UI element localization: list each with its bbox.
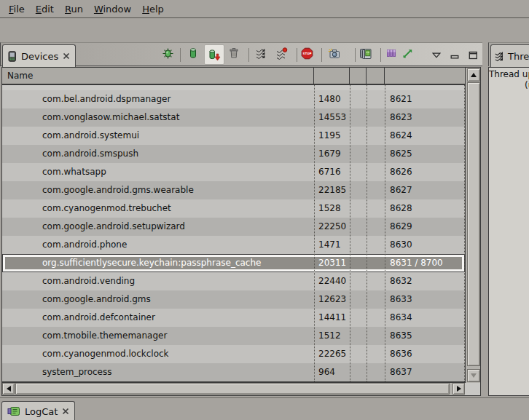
logcat-panel: LogCat — [0, 397, 529, 420]
menu-help[interactable]: Help — [141, 3, 165, 15]
row-name: com.whatsapp — [42, 167, 106, 177]
row-name: system_process — [42, 367, 112, 377]
device-row[interactable]: com.vonglasow.michael.satstat145538623 — [2, 108, 465, 127]
row-port: 8634 — [390, 312, 412, 322]
device-row[interactable]: system_process9648637 — [2, 363, 465, 381]
device-row[interactable]: com.google.android.gms.wearable221858627 — [2, 181, 465, 199]
row-pid: 6716 — [318, 167, 341, 177]
horizontal-scrollbar-thumb[interactable] — [15, 383, 450, 395]
vertical-scrollbar[interactable] — [465, 68, 480, 383]
device-row[interactable]: com.tmobile.thememanager15128635 — [2, 327, 465, 345]
menu-window[interactable]: Window — [93, 3, 133, 15]
close-icon[interactable] — [62, 408, 69, 415]
row-port: 8631 / 8700 — [390, 258, 443, 268]
menu-bar: FileEditRunWindowHelp — [0, 0, 529, 18]
row-name: com.google.android.setupwizard — [42, 221, 185, 231]
scroll-left-button[interactable] — [2, 383, 15, 395]
horizontal-scrollbar[interactable] — [2, 383, 465, 395]
partial-row — [2, 85, 465, 90]
row-name: com.tmobile.thememanager — [42, 330, 167, 341]
vertical-scrollbar-thumb[interactable] — [467, 82, 480, 366]
device-row[interactable]: com.android.smspush16798625 — [2, 145, 465, 163]
row-port: 8625 — [390, 148, 412, 159]
scroll-down-button[interactable] — [467, 369, 480, 382]
row-name: com.google.android.gms — [42, 294, 151, 304]
row-port: 8632 — [390, 276, 412, 286]
row-name: com.android.vending — [42, 276, 135, 286]
row-port: 8627 — [390, 185, 412, 195]
tab-logcat-label: LogCat — [25, 406, 58, 417]
row-port: 8621 — [390, 94, 412, 104]
device-row[interactable]: com.google.android.setupwizard222508629 — [2, 218, 465, 236]
dump-hprof-icon[interactable] — [204, 44, 224, 65]
table-header: Name — [2, 68, 465, 85]
scroll-right-button[interactable] — [452, 383, 465, 395]
tab-threads-label: Threads — [508, 51, 529, 62]
row-name: com.android.smspush — [42, 148, 138, 159]
row-name: com.bel.android.dspmanager — [42, 94, 171, 104]
devices-table: Name com.bel.android.dspmanager14808621c… — [1, 67, 481, 396]
device-row[interactable]: com.cyanogenmod.trebuchet15288628 — [2, 199, 465, 218]
column-header-2[interactable] — [350, 68, 367, 84]
minimize-icon[interactable] — [449, 49, 461, 61]
device-row[interactable]: com.android.defcontainer144118634 — [2, 309, 465, 327]
threads-message-line2: (use toolbar button to enable) — [489, 80, 529, 91]
row-pid: 964 — [318, 367, 335, 377]
row-port: 8629 — [390, 221, 412, 231]
row-name: com.cyanogenmod.trebuchet — [42, 203, 171, 213]
update-threads-icon[interactable] — [255, 47, 267, 60]
row-pid: 20311 — [318, 258, 346, 268]
row-name: com.cyanogenmod.lockclock — [42, 349, 169, 359]
row-name: com.vonglasow.michael.satstat — [42, 112, 179, 122]
scroll-up-button[interactable] — [467, 68, 480, 82]
row-port: 8633 — [390, 294, 412, 304]
cause-gc-icon[interactable] — [228, 47, 240, 59]
row-name: org.sufficientlysecure.keychain:passphra… — [42, 258, 261, 268]
svg-text:STOP: STOP — [303, 52, 312, 55]
column-header-3[interactable] — [367, 68, 385, 84]
screen-capture-icon[interactable] — [327, 47, 340, 60]
main-area: Devices STOP — [0, 42, 529, 397]
tab-threads[interactable]: Threads — [490, 44, 529, 67]
column-header-name[interactable]: Name — [2, 68, 314, 84]
row-port: 8626 — [390, 167, 412, 177]
method-profiling-icon[interactable] — [275, 47, 288, 60]
maximize-icon[interactable] — [467, 49, 479, 61]
menu-edit[interactable]: Edit — [34, 3, 55, 15]
row-pid: 1512 — [318, 330, 341, 341]
row-pid: 1195 — [318, 130, 341, 140]
threads-message-line1: Thread updates not enabled for selected … — [489, 68, 529, 80]
row-port: 8628 — [390, 203, 412, 213]
devices-toolbar: STOP — [1, 43, 483, 67]
device-row[interactable]: com.android.phone14718630 — [2, 236, 465, 254]
opengl-trace-icon[interactable] — [402, 47, 414, 59]
row-pid: 22250 — [318, 221, 346, 231]
row-port: 8636 — [390, 349, 412, 359]
row-name: com.android.systemui — [42, 130, 139, 140]
menu-file[interactable]: File — [7, 3, 26, 15]
device-stack-icon[interactable] — [359, 47, 373, 60]
devices-tab-strip: Devices STOP — [0, 42, 482, 66]
device-row[interactable]: com.whatsapp67168626 — [2, 163, 465, 181]
capture-bars-icon[interactable] — [385, 47, 397, 59]
device-row[interactable]: com.android.systemui11958624 — [2, 127, 465, 145]
menu-run[interactable]: Run — [63, 3, 85, 15]
debug-attach-icon[interactable] — [162, 47, 174, 60]
row-pid: 1528 — [318, 203, 341, 213]
row-pid: 1480 — [318, 94, 341, 104]
column-header-port[interactable] — [385, 68, 465, 84]
device-row[interactable]: com.google.android.gms126238633 — [2, 290, 465, 309]
device-row[interactable]: com.cyanogenmod.lockclock222658636 — [2, 345, 465, 363]
row-pid: 22440 — [318, 276, 346, 286]
column-header-pid[interactable] — [314, 68, 350, 84]
tab-logcat[interactable]: LogCat — [1, 401, 75, 420]
stop-process-icon[interactable]: STOP — [301, 47, 313, 60]
device-row[interactable]: com.android.vending224408632 — [2, 272, 465, 290]
threads-panel: Threads Thread updates not enabled for s… — [488, 42, 529, 397]
update-heap-icon[interactable] — [187, 47, 199, 59]
row-port: 8623 — [390, 112, 412, 122]
device-row[interactable]: org.sufficientlysecure.keychain:passphra… — [2, 254, 465, 272]
view-menu-chevron-icon[interactable] — [431, 49, 442, 61]
devices-panel: Devices STOP — [0, 42, 482, 397]
device-row[interactable]: com.bel.android.dspmanager14808621 — [2, 90, 465, 108]
